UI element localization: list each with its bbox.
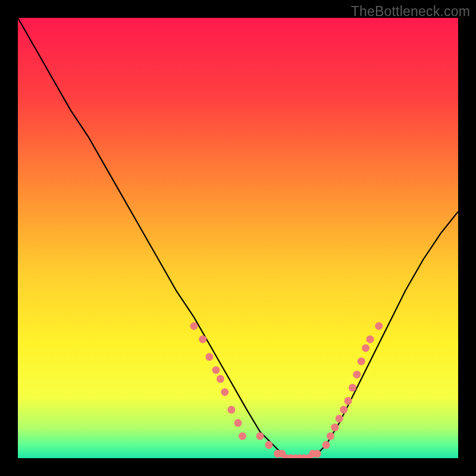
data-point xyxy=(345,397,352,405)
data-point xyxy=(190,322,198,330)
data-point xyxy=(336,415,343,422)
data-point xyxy=(327,433,334,440)
data-point xyxy=(349,384,356,392)
data-point xyxy=(239,433,246,440)
data-point xyxy=(199,336,206,343)
chart-svg xyxy=(18,18,458,458)
data-point xyxy=(221,389,228,396)
chart-frame: TheBottleneck.com xyxy=(0,0,476,476)
data-point xyxy=(234,419,242,427)
data-point xyxy=(205,353,213,361)
data-point xyxy=(227,406,235,414)
data-point xyxy=(322,441,330,449)
watermark-text: TheBottleneck.com xyxy=(351,4,470,20)
data-point xyxy=(331,424,339,431)
data-point xyxy=(358,358,365,365)
data-point xyxy=(367,336,374,343)
gradient-background xyxy=(18,18,458,458)
data-point xyxy=(256,433,264,440)
data-point xyxy=(375,322,383,330)
data-point xyxy=(314,450,321,458)
data-point xyxy=(353,371,361,378)
data-point xyxy=(217,375,224,383)
data-point xyxy=(340,406,347,414)
data-point xyxy=(362,345,369,352)
data-point xyxy=(265,441,273,449)
plot-area xyxy=(18,18,458,458)
data-point xyxy=(212,367,220,374)
